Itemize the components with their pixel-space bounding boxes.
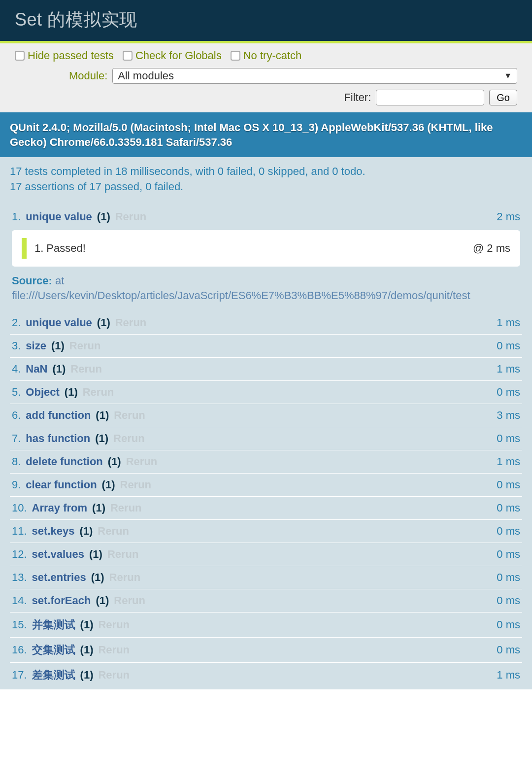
rerun-link[interactable]: Rerun: [70, 363, 102, 375]
rerun-link[interactable]: Rerun: [109, 571, 141, 584]
test-name: NaN: [26, 363, 47, 375]
test-time: 1 ms: [497, 316, 520, 329]
test-count: (1): [97, 316, 110, 329]
toolbar: Hide passed tests Check for Globals No t…: [0, 43, 532, 112]
test-row[interactable]: 16.交集测试(1)Rerun0 ms: [10, 637, 522, 662]
test-number: 8.: [12, 455, 21, 468]
test-row[interactable]: 12.set.values(1)Rerun0 ms: [10, 543, 522, 566]
pass-indicator-icon: [22, 238, 27, 259]
test-count: (1): [102, 478, 115, 491]
rerun-link[interactable]: Rerun: [98, 525, 129, 538]
test-number: 6.: [12, 409, 21, 422]
test-row[interactable]: 9.clear function(1)Rerun0 ms: [10, 473, 522, 496]
test-row[interactable]: 17.差集测试(1)Rerun1 ms: [10, 662, 522, 687]
checkbox-icon: [123, 51, 133, 61]
assertion-number: 1.: [34, 242, 43, 255]
rerun-link[interactable]: Rerun: [126, 455, 158, 468]
source-line: Source: at file:///Users/kevin/Desktop/a…: [12, 273, 520, 309]
test-number: 13.: [12, 571, 27, 584]
test-time: 1 ms: [497, 669, 520, 682]
test-number: 14.: [12, 594, 27, 607]
check-globals-label: Check for Globals: [135, 49, 222, 62]
test-number: 9.: [12, 478, 21, 491]
test-name: set.keys: [32, 525, 75, 538]
go-button[interactable]: Go: [489, 90, 517, 105]
test-name: 交集测试: [32, 643, 75, 657]
test-time: 0 ms: [497, 594, 520, 607]
test-name: set.forEach: [32, 594, 91, 607]
test-number: 15.: [12, 618, 27, 631]
test-row[interactable]: 2.unique value(1)Rerun1 ms: [10, 311, 522, 334]
test-count: (1): [92, 502, 105, 514]
summary: 17 tests completed in 18 milliseconds, w…: [10, 164, 522, 205]
rerun-link[interactable]: Rerun: [98, 669, 130, 682]
check-globals-checkbox[interactable]: Check for Globals: [123, 49, 222, 62]
test-time: 0 ms: [497, 548, 520, 561]
tests-list: 1. unique value (1) Rerun 2 ms 1. Passed…: [10, 205, 522, 689]
rerun-link[interactable]: Rerun: [98, 618, 130, 631]
test-name: set.entries: [32, 571, 86, 584]
hide-passed-label: Hide passed tests: [28, 49, 114, 62]
test-row-expanded[interactable]: 1. unique value (1) Rerun 2 ms 1. Passed…: [10, 205, 522, 311]
test-time: 1 ms: [497, 363, 520, 375]
test-row[interactable]: 3.size(1)Rerun0 ms: [10, 334, 522, 357]
rerun-link[interactable]: Rerun: [107, 548, 139, 561]
summary-line1: 17 tests completed in 18 milliseconds, w…: [10, 164, 522, 179]
rerun-link[interactable]: Rerun: [83, 386, 114, 399]
test-time: 0 ms: [497, 478, 520, 491]
hide-passed-checkbox[interactable]: Hide passed tests: [15, 49, 114, 62]
rerun-link[interactable]: Rerun: [115, 316, 147, 329]
test-count: (1): [108, 455, 121, 468]
test-count: (1): [80, 644, 94, 656]
test-number: 2.: [12, 316, 21, 329]
rerun-link[interactable]: Rerun: [113, 432, 145, 445]
no-trycatch-checkbox[interactable]: No try-catch: [231, 49, 302, 62]
test-row[interactable]: 6.add function(1)Rerun3 ms: [10, 404, 522, 427]
page-title: Set 的模拟实现: [15, 8, 517, 32]
test-row[interactable]: 13.set.entries(1)Rerun0 ms: [10, 566, 522, 589]
test-time: 2 ms: [497, 210, 520, 223]
test-row[interactable]: 8.delete function(1)Rerun1 ms: [10, 450, 522, 473]
test-count: (1): [96, 594, 109, 607]
module-select[interactable]: All modules ▼: [112, 68, 517, 84]
test-name: unique value: [26, 210, 92, 223]
test-name: Object: [26, 386, 59, 399]
test-name: 并集测试: [32, 617, 75, 632]
test-count: (1): [80, 618, 94, 631]
test-name: Array from: [32, 502, 87, 514]
summary-line2: 17 assertions of 17 passed, 0 failed.: [10, 179, 522, 195]
test-time: 0 ms: [497, 644, 520, 656]
test-number: 7.: [12, 432, 21, 445]
rerun-link[interactable]: Rerun: [98, 644, 130, 656]
test-row[interactable]: 11.set.keys(1)Rerun0 ms: [10, 519, 522, 543]
test-time: 0 ms: [497, 432, 520, 445]
test-row[interactable]: 15.并集测试(1)Rerun0 ms: [10, 612, 522, 637]
rerun-link[interactable]: Rerun: [110, 502, 142, 514]
test-count: (1): [52, 363, 66, 375]
test-count: (1): [89, 548, 102, 561]
chevron-down-icon: ▼: [504, 71, 512, 80]
test-name: set.values: [32, 548, 84, 561]
test-time: 0 ms: [497, 618, 520, 631]
checkbox-icon: [15, 51, 25, 61]
test-row[interactable]: 14.set.forEach(1)Rerun0 ms: [10, 589, 522, 612]
test-time: 0 ms: [497, 502, 520, 514]
checkbox-icon: [231, 51, 240, 61]
rerun-link[interactable]: Rerun: [115, 210, 147, 223]
test-number: 12.: [12, 548, 27, 561]
test-row[interactable]: 4.NaN(1)Rerun1 ms: [10, 357, 522, 380]
test-count: (1): [91, 571, 104, 584]
results-area: 17 tests completed in 18 milliseconds, w…: [0, 157, 532, 689]
test-time: 0 ms: [497, 571, 520, 584]
filter-input[interactable]: [376, 90, 484, 105]
rerun-link[interactable]: Rerun: [114, 594, 145, 607]
test-name: clear function: [26, 478, 97, 491]
test-row[interactable]: 10.Array from(1)Rerun0 ms: [10, 496, 522, 519]
test-row[interactable]: 5.Object(1)Rerun0 ms: [10, 380, 522, 404]
source-label: Source:: [12, 274, 52, 287]
test-number: 3.: [12, 340, 21, 352]
test-row[interactable]: 7.has function(1)Rerun0 ms: [10, 427, 522, 450]
rerun-link[interactable]: Rerun: [120, 478, 152, 491]
rerun-link[interactable]: Rerun: [69, 340, 101, 352]
rerun-link[interactable]: Rerun: [114, 409, 145, 422]
